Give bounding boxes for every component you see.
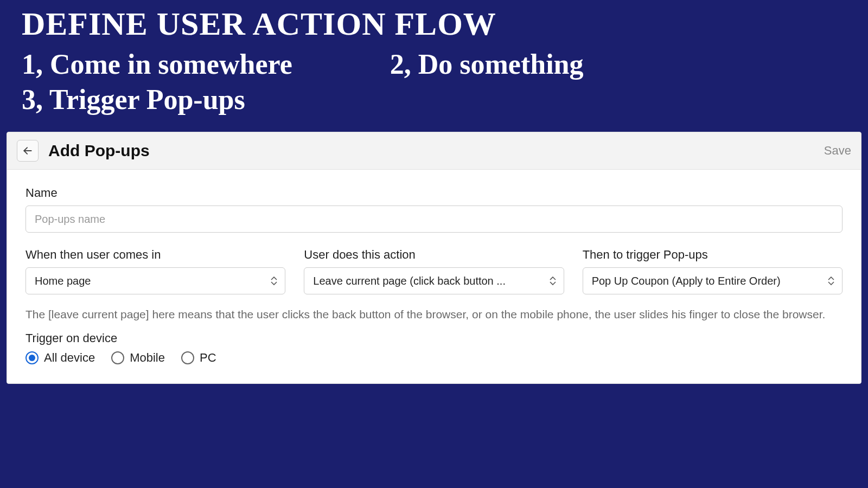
comes-in-column: When then user comes in Home page	[25, 248, 285, 294]
slide-header: DEFINE USER ACTION FLOW 1, Come in somew…	[0, 0, 868, 126]
action-column: User does this action Leave current page…	[304, 248, 564, 294]
name-label: Name	[25, 186, 843, 200]
action-label: User does this action	[304, 248, 564, 262]
radio-empty-icon	[111, 351, 124, 364]
panel-title: Add Pop-ups	[48, 142, 824, 160]
arrow-left-icon	[22, 145, 33, 156]
add-popups-panel: Add Pop-ups Save Name When then user com…	[7, 132, 861, 384]
chevron-sort-icon	[550, 277, 556, 285]
device-mobile-label: Mobile	[130, 351, 165, 365]
device-pc-label: PC	[200, 351, 216, 365]
device-radio-all[interactable]: All device	[25, 351, 95, 365]
back-button[interactable]	[17, 140, 39, 162]
name-input[interactable]	[25, 206, 843, 233]
slide-steps: 1, Come in somewhere 2, Do something 3, …	[22, 48, 846, 115]
trigger-select[interactable]: Pop Up Coupon (Apply to Entire Order)	[583, 267, 843, 294]
action-value: Leave current page (click back button ..…	[313, 275, 540, 287]
chevron-sort-icon	[828, 277, 834, 285]
device-radio-pc[interactable]: PC	[181, 351, 216, 365]
radio-selected-icon	[25, 351, 39, 364]
slide-title: DEFINE USER ACTION FLOW	[22, 5, 846, 43]
slide-step-1: 1, Come in somewhere	[22, 48, 292, 80]
flow-columns: When then user comes in Home page User d…	[25, 248, 843, 294]
trigger-column: Then to trigger Pop-ups Pop Up Coupon (A…	[583, 248, 843, 294]
panel-body: Name When then user comes in Home page U…	[7, 170, 861, 383]
device-radio-mobile[interactable]: Mobile	[111, 351, 165, 365]
comes-in-value: Home page	[35, 275, 262, 287]
comes-in-label: When then user comes in	[25, 248, 285, 262]
trigger-label: Then to trigger Pop-ups	[583, 248, 843, 262]
trigger-value: Pop Up Coupon (Apply to Entire Order)	[592, 275, 819, 287]
panel-header: Add Pop-ups Save	[7, 132, 861, 170]
action-select[interactable]: Leave current page (click back button ..…	[304, 267, 564, 294]
action-hint: The [leave current page] here means that…	[25, 306, 843, 323]
radio-empty-icon	[181, 351, 194, 364]
device-radio-group: All device Mobile PC	[25, 351, 843, 365]
device-all-label: All device	[44, 351, 95, 365]
slide-step-2: 2, Do something	[390, 48, 584, 80]
device-label: Trigger on device	[25, 331, 843, 345]
save-button[interactable]: Save	[824, 144, 851, 158]
chevron-sort-icon	[271, 277, 277, 285]
slide-step-3: 3, Trigger Pop-ups	[22, 84, 245, 115]
comes-in-select[interactable]: Home page	[25, 267, 285, 294]
